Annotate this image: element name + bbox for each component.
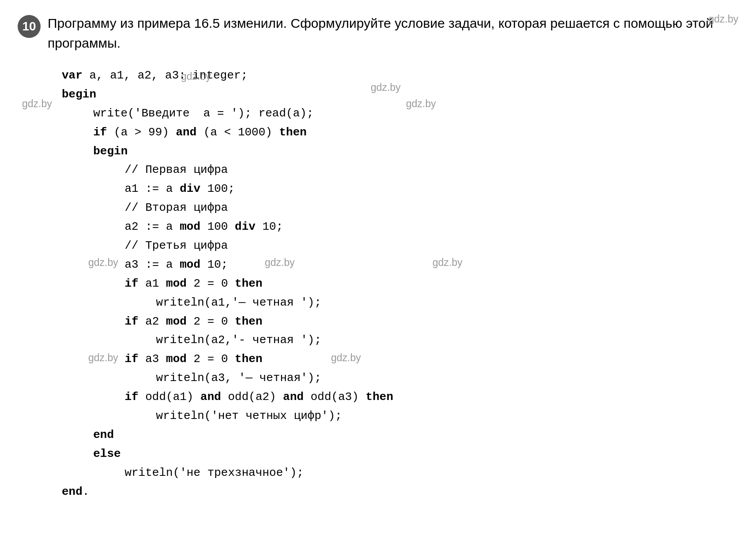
code-line-5: begin bbox=[44, 142, 738, 161]
code-line-16: if a3 mod 2 = 0 then bbox=[44, 350, 738, 369]
header-section: 10 Программу из примера 16.5 изменили. С… bbox=[18, 13, 738, 53]
code-line-14: if a2 mod 2 = 0 then bbox=[44, 312, 738, 331]
code-line-4: if (a > 99) and (a < 1000) then bbox=[44, 123, 738, 142]
task-number-text: 10 bbox=[22, 19, 36, 34]
code-section: gdz.by gdz.by gdz.by gdz.by gdz.by gdz.b… bbox=[44, 66, 738, 501]
gdz-watermark-header: gdz.by bbox=[708, 13, 738, 25]
code-line-1: var a, a1, a2, a3: integer; bbox=[44, 66, 738, 85]
task-description: Программу из примера 16.5 изменили. Сфор… bbox=[48, 13, 738, 53]
code-line-22: writeln('не трехзначное'); bbox=[44, 464, 738, 482]
code-line-2: begin bbox=[44, 85, 738, 104]
code-line-9: a2 := a mod 100 div 10; bbox=[44, 217, 738, 236]
task-number: 10 bbox=[18, 15, 41, 38]
page: 10 Программу из примера 16.5 изменили. С… bbox=[0, 0, 756, 542]
code-line-8: // Вторая цифра bbox=[44, 198, 738, 217]
task-description-text: Программу из примера 16.5 изменили. Сфор… bbox=[48, 16, 713, 50]
code-line-13: writeln(a1,'— четная '); bbox=[44, 293, 738, 312]
code-block: var a, a1, a2, a3: integer; begin write(… bbox=[44, 66, 738, 501]
code-line-18: if odd(a1) and odd(a2) and odd(a3) then bbox=[44, 388, 738, 407]
code-line-12: if a1 mod 2 = 0 then bbox=[44, 274, 738, 293]
code-line-10: // Третья цифра bbox=[44, 236, 738, 255]
code-line-7: a1 := a div 100; bbox=[44, 179, 738, 198]
code-line-21: else bbox=[44, 445, 738, 464]
code-line-3: write('Введите a = '); read(a); bbox=[44, 104, 738, 123]
code-line-11: a3 := a mod 10; bbox=[44, 255, 738, 274]
code-line-19: writeln('нет четных цифр'); bbox=[44, 407, 738, 426]
code-line-17: writeln(a3, '— четная'); bbox=[44, 369, 738, 388]
code-line-23: end. bbox=[44, 482, 738, 501]
code-line-6: // Первая цифра bbox=[44, 161, 738, 179]
code-line-15: writeln(a2,'- четная '); bbox=[44, 331, 738, 350]
code-line-20: end bbox=[44, 426, 738, 445]
